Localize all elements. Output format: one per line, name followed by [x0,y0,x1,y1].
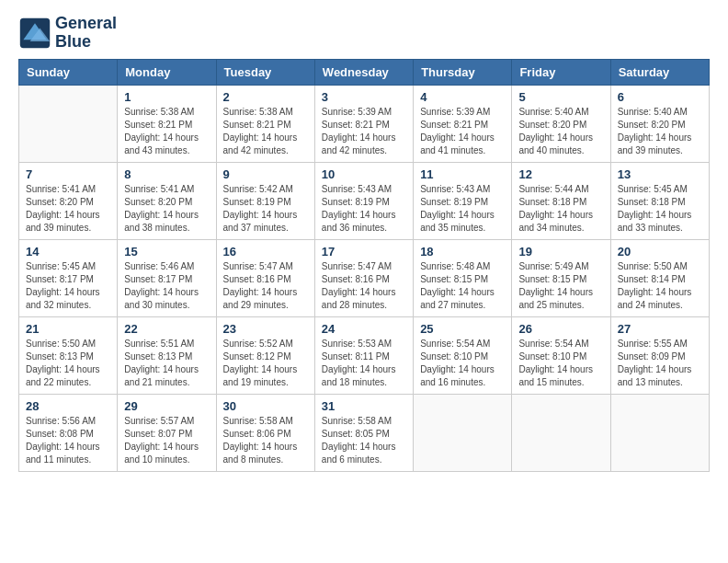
header: General Blue [18,15,710,52]
day-info: Sunrise: 5:39 AMSunset: 8:21 PMDaylight:… [420,106,505,157]
daylight-text: Daylight: 14 hours and 33 minutes. [618,209,702,235]
daylight-text: Daylight: 14 hours and 19 minutes. [223,363,308,389]
column-header-monday: Monday [118,59,216,85]
calendar-day-cell: 21Sunrise: 5:50 AMSunset: 8:13 PMDayligh… [19,316,118,394]
column-header-thursday: Thursday [414,59,512,85]
column-header-wednesday: Wednesday [314,59,413,85]
calendar-week-row: 14Sunrise: 5:45 AMSunset: 8:17 PMDayligh… [19,239,710,316]
calendar-day-cell: 7Sunrise: 5:41 AMSunset: 8:20 PMDaylight… [19,162,118,239]
sunset-text: Sunset: 8:10 PM [420,350,505,363]
day-info: Sunrise: 5:38 AMSunset: 8:21 PMDaylight:… [124,106,209,157]
calendar-week-row: 28Sunrise: 5:56 AMSunset: 8:08 PMDayligh… [19,394,710,471]
sunrise-text: Sunrise: 5:53 AM [322,338,406,350]
daylight-text: Daylight: 14 hours and 28 minutes. [322,286,406,312]
sunrise-text: Sunrise: 5:38 AM [223,106,308,119]
calendar-day-cell [19,85,118,162]
daylight-text: Daylight: 14 hours and 8 minutes. [223,441,308,466]
day-info: Sunrise: 5:49 AMSunset: 8:15 PMDaylight:… [518,260,603,312]
sunset-text: Sunset: 8:21 PM [322,119,406,132]
daylight-text: Daylight: 14 hours and 22 minutes. [26,363,110,389]
calendar-day-cell: 19Sunrise: 5:49 AMSunset: 8:15 PMDayligh… [512,239,610,316]
daylight-text: Daylight: 14 hours and 36 minutes. [322,209,406,235]
sunset-text: Sunset: 8:08 PM [26,428,110,441]
sunrise-text: Sunrise: 5:39 AM [322,106,406,119]
sunset-text: Sunset: 8:05 PM [322,428,406,441]
day-info: Sunrise: 5:52 AMSunset: 8:12 PMDaylight:… [223,338,308,389]
calendar-day-cell: 16Sunrise: 5:47 AMSunset: 8:16 PMDayligh… [216,239,314,316]
day-info: Sunrise: 5:45 AMSunset: 8:17 PMDaylight:… [26,260,110,312]
day-number: 15 [124,245,209,259]
calendar-table: SundayMondayTuesdayWednesdayThursdayFrid… [18,59,710,472]
daylight-text: Daylight: 14 hours and 34 minutes. [518,209,603,235]
day-info: Sunrise: 5:45 AMSunset: 8:18 PMDaylight:… [618,183,702,235]
daylight-text: Daylight: 14 hours and 11 minutes. [26,441,110,466]
day-info: Sunrise: 5:53 AMSunset: 8:11 PMDaylight:… [322,338,406,389]
daylight-text: Daylight: 14 hours and 10 minutes. [124,441,209,466]
day-number: 18 [420,245,505,259]
sunset-text: Sunset: 8:15 PM [420,273,505,286]
sunset-text: Sunset: 8:16 PM [322,273,406,286]
day-number: 19 [518,245,603,259]
sunset-text: Sunset: 8:06 PM [223,428,308,441]
calendar-day-cell: 1Sunrise: 5:38 AMSunset: 8:21 PMDaylight… [118,85,216,162]
sunrise-text: Sunrise: 5:51 AM [124,338,209,350]
calendar-day-cell: 20Sunrise: 5:50 AMSunset: 8:14 PMDayligh… [610,239,709,316]
calendar-day-cell [512,394,610,471]
day-info: Sunrise: 5:44 AMSunset: 8:18 PMDaylight:… [518,183,603,235]
logo-icon [18,17,51,50]
sunrise-text: Sunrise: 5:49 AM [518,260,603,273]
calendar-day-cell: 27Sunrise: 5:55 AMSunset: 8:09 PMDayligh… [610,316,709,394]
day-number: 30 [223,399,308,413]
sunset-text: Sunset: 8:19 PM [420,196,505,209]
sunrise-text: Sunrise: 5:54 AM [420,338,505,350]
sunrise-text: Sunrise: 5:47 AM [223,260,308,273]
day-info: Sunrise: 5:40 AMSunset: 8:20 PMDaylight:… [518,106,603,157]
sunrise-text: Sunrise: 5:38 AM [124,106,209,119]
calendar-day-cell: 6Sunrise: 5:40 AMSunset: 8:20 PMDaylight… [610,85,709,162]
day-number: 10 [322,167,406,181]
day-number: 29 [124,399,209,413]
day-number: 17 [322,245,406,259]
sunset-text: Sunset: 8:17 PM [26,273,110,286]
day-info: Sunrise: 5:47 AMSunset: 8:16 PMDaylight:… [223,260,308,312]
day-number: 14 [26,245,110,259]
daylight-text: Daylight: 14 hours and 6 minutes. [322,441,406,466]
day-number: 1 [124,90,209,104]
sunrise-text: Sunrise: 5:50 AM [26,338,110,350]
sunset-text: Sunset: 8:20 PM [518,119,603,132]
day-info: Sunrise: 5:43 AMSunset: 8:19 PMDaylight:… [322,183,406,235]
day-info: Sunrise: 5:56 AMSunset: 8:08 PMDaylight:… [26,415,110,466]
sunset-text: Sunset: 8:20 PM [618,119,702,132]
day-number: 16 [223,245,308,259]
day-number: 13 [618,167,702,181]
column-header-sunday: Sunday [19,59,118,85]
calendar-day-cell: 23Sunrise: 5:52 AMSunset: 8:12 PMDayligh… [216,316,314,394]
calendar-week-row: 7Sunrise: 5:41 AMSunset: 8:20 PMDaylight… [19,162,710,239]
daylight-text: Daylight: 14 hours and 43 minutes. [124,132,209,157]
daylight-text: Daylight: 14 hours and 42 minutes. [322,132,406,157]
sunrise-text: Sunrise: 5:58 AM [223,415,308,428]
day-info: Sunrise: 5:54 AMSunset: 8:10 PMDaylight:… [518,338,603,389]
sunset-text: Sunset: 8:18 PM [618,196,702,209]
calendar-day-cell [610,394,709,471]
calendar-week-row: 21Sunrise: 5:50 AMSunset: 8:13 PMDayligh… [19,316,710,394]
sunrise-text: Sunrise: 5:55 AM [618,338,702,350]
day-info: Sunrise: 5:58 AMSunset: 8:06 PMDaylight:… [223,415,308,466]
day-info: Sunrise: 5:41 AMSunset: 8:20 PMDaylight:… [26,183,110,235]
sunset-text: Sunset: 8:09 PM [618,350,702,363]
daylight-text: Daylight: 14 hours and 39 minutes. [26,209,110,235]
calendar-day-cell: 18Sunrise: 5:48 AMSunset: 8:15 PMDayligh… [414,239,512,316]
sunset-text: Sunset: 8:12 PM [223,350,308,363]
day-number: 5 [518,90,603,104]
calendar-day-cell: 25Sunrise: 5:54 AMSunset: 8:10 PMDayligh… [414,316,512,394]
day-number: 31 [322,399,406,413]
sunrise-text: Sunrise: 5:44 AM [518,183,603,196]
day-info: Sunrise: 5:57 AMSunset: 8:07 PMDaylight:… [124,415,209,466]
day-number: 22 [124,322,209,336]
calendar-week-row: 1Sunrise: 5:38 AMSunset: 8:21 PMDaylight… [19,85,710,162]
sunset-text: Sunset: 8:11 PM [322,350,406,363]
daylight-text: Daylight: 14 hours and 25 minutes. [518,286,603,312]
day-number: 11 [420,167,505,181]
daylight-text: Daylight: 14 hours and 27 minutes. [420,286,505,312]
sunset-text: Sunset: 8:14 PM [618,273,702,286]
